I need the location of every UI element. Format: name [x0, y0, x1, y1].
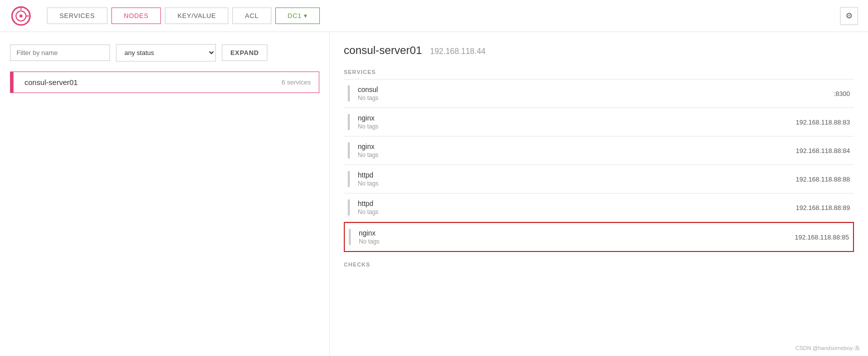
service-status-bar: [348, 86, 350, 102]
service-item[interactable]: nginx No tags 192.168.118.88:83: [344, 108, 854, 136]
service-address: :8300: [834, 90, 850, 98]
status-select[interactable]: any status passing warning critical: [116, 44, 216, 62]
service-tags: No tags: [358, 94, 834, 102]
service-info: nginx No tags: [359, 229, 795, 245]
service-status-bar: [348, 114, 350, 130]
tab-dc1[interactable]: DC1 ▾: [275, 8, 320, 24]
service-tags: No tags: [358, 152, 796, 158]
node-header: consul-server01 192.168.118.44: [344, 44, 854, 57]
service-name: httpd: [358, 200, 796, 208]
service-status-bar: [348, 200, 350, 216]
left-panel: any status passing warning critical EXPA…: [0, 32, 330, 356]
svg-point-2: [19, 14, 22, 18]
service-name: nginx: [358, 142, 796, 150]
service-address: 192.168.118.88:84: [796, 147, 850, 154]
service-info: httpd No tags: [358, 200, 796, 216]
expand-button[interactable]: EXPAND: [222, 44, 267, 61]
service-item[interactable]: httpd No tags 192.168.118.88:88: [344, 165, 854, 194]
settings-button[interactable]: ⚙: [840, 7, 858, 25]
service-info: consul No tags: [358, 86, 834, 102]
service-item[interactable]: httpd No tags 192.168.118.88:89: [344, 194, 854, 222]
main-content: any status passing warning critical EXPA…: [0, 32, 868, 356]
service-name: nginx: [358, 114, 796, 122]
watermark: CSDN @handsomeboy-东: [796, 344, 860, 352]
node-list: consul-server01 6 services: [10, 72, 319, 93]
service-status-bar: [349, 229, 351, 245]
node-item[interactable]: consul-server01 6 services: [10, 72, 319, 93]
service-address: 192.168.118.88:88: [796, 176, 850, 183]
node-title: consul-server01: [344, 44, 422, 57]
checks-section-label: CHECKS: [344, 262, 854, 268]
tab-acl[interactable]: ACL: [232, 8, 271, 24]
service-tags: No tags: [358, 123, 796, 130]
service-list: consul No tags :8300 nginx No tags 192.1…: [344, 79, 854, 252]
filter-input[interactable]: [10, 44, 110, 61]
right-panel: consul-server01 192.168.118.44 SERVICES …: [330, 32, 868, 356]
tab-nodes[interactable]: NODES: [111, 8, 161, 24]
service-item[interactable]: nginx No tags 192.168.118.88:84: [344, 136, 854, 165]
service-name: consul: [358, 86, 834, 94]
tab-keyvalue[interactable]: KEY/VALUE: [165, 8, 228, 24]
service-tags: No tags: [358, 180, 796, 187]
services-section-label: SERVICES: [344, 69, 854, 75]
service-address: 192.168.118.88:83: [796, 118, 850, 126]
service-address: 192.168.118.88:85: [795, 234, 849, 241]
service-address: 192.168.118.88:89: [796, 204, 850, 212]
service-name: httpd: [358, 171, 796, 179]
service-status-bar: [348, 142, 350, 158]
service-info: nginx No tags: [358, 142, 796, 158]
nav-tabs: SERVICES NODES KEY/VALUE ACL DC1 ▾: [47, 8, 840, 24]
tab-services[interactable]: SERVICES: [47, 8, 107, 24]
filter-bar: any status passing warning critical EXPA…: [10, 44, 319, 62]
service-tags: No tags: [358, 208, 796, 216]
node-ip: 192.168.118.44: [430, 47, 486, 56]
service-name: nginx: [359, 229, 795, 237]
node-status-indicator: [10, 72, 13, 92]
node-name: consul-server01: [18, 78, 78, 86]
service-info: httpd No tags: [358, 171, 796, 187]
service-status-bar: [348, 171, 350, 187]
node-services-count: 6 services: [281, 78, 311, 86]
navbar: SERVICES NODES KEY/VALUE ACL DC1 ▾ ⚙: [0, 0, 868, 32]
service-info: nginx No tags: [358, 114, 796, 130]
service-tags: No tags: [359, 238, 795, 245]
service-item-highlighted[interactable]: nginx No tags 192.168.118.88:85: [344, 222, 854, 252]
app-logo[interactable]: [10, 5, 32, 27]
service-item[interactable]: consul No tags :8300: [344, 80, 854, 108]
